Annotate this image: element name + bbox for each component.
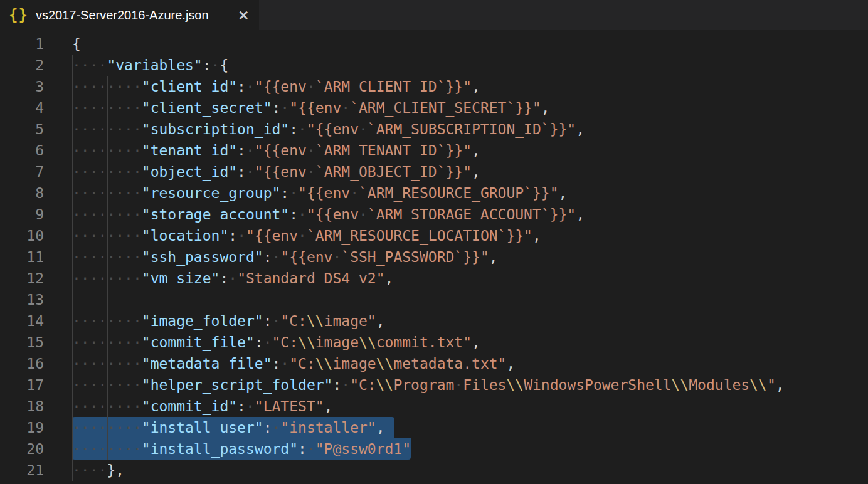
line-number[interactable]: 6: [0, 140, 44, 161]
tab-close-icon[interactable]: ✕: [238, 9, 249, 22]
code-line[interactable]: 9········"storage_account":·"{{env·`ARM_…: [0, 204, 868, 225]
code-line[interactable]: 18········"commit_id":·"LATEST",: [0, 396, 868, 417]
code-line[interactable]: 14········"image_folder":·"C:\\image",: [0, 310, 868, 332]
code-token: :: [203, 57, 211, 73]
code-token: "{{env: [289, 100, 341, 116]
code-line-content: ········"tenant_id":·"{{env·`ARM_TENANT_…: [72, 140, 480, 161]
code-token: ·: [341, 100, 350, 116]
code-token: ·: [298, 206, 307, 223]
code-token: image": [324, 313, 376, 329]
line-number[interactable]: 4: [0, 97, 44, 118]
line-number[interactable]: 13: [0, 289, 44, 310]
code-line[interactable]: 19········"install_user":·"installer",: [0, 417, 868, 438]
code-token: ,: [376, 313, 385, 329]
code-token: ,: [472, 142, 480, 159]
code-token: ": [767, 377, 776, 393]
line-number[interactable]: 11: [0, 246, 44, 268]
code-token: :: [272, 100, 281, 116]
line-number[interactable]: 1: [0, 33, 44, 55]
code-line[interactable]: 15········"commit_file":·"C:\\image\\com…: [0, 332, 868, 353]
code-line[interactable]: 1{: [0, 33, 868, 55]
line-number[interactable]: 17: [0, 374, 44, 396]
code-line[interactable]: 3········"client_id":·"{{env·`ARM_CLIENT…: [0, 76, 868, 97]
code-token: "installer": [280, 419, 376, 436]
code-line[interactable]: 4········"client_secret":·"{{env·`ARM_CL…: [0, 97, 868, 118]
line-number[interactable]: 2: [0, 55, 44, 76]
line-number[interactable]: 10: [0, 225, 44, 246]
code-line-content: ········"storage_account":·"{{env·`ARM_S…: [72, 204, 585, 225]
code-line[interactable]: 16········"metadata_file":·"C:\\image\\m…: [0, 353, 868, 374]
line-number[interactable]: 18: [0, 396, 44, 417]
json-file-icon: {}: [9, 8, 28, 23]
line-number[interactable]: 20: [0, 438, 44, 460]
code-token: ·: [272, 249, 281, 265]
code-token: ·: [289, 185, 298, 201]
code-line[interactable]: 10········"location":·"{{env·`ARM_RESOUR…: [0, 225, 868, 246]
code-token: ,: [559, 185, 568, 201]
code-line[interactable]: 17········"helper_script_folder":·"C:\\P…: [0, 374, 868, 396]
code-line-content: ········"helper_script_folder":·"C:\\Pro…: [72, 374, 785, 396]
code-token: :: [220, 270, 228, 287]
code-token: ····: [72, 57, 107, 73]
tab-vs2017-server2016-azure-json[interactable]: {} vs2017-Server2016-Azure.json ✕: [0, 0, 259, 30]
code-line-content-selected: ········"install_user":·"installer",: [72, 417, 394, 438]
code-token: `ARM_STORAGE_ACCOUNT`}}": [368, 206, 576, 223]
code-token: commit.txt": [376, 334, 472, 350]
line-number[interactable]: 5: [0, 118, 44, 140]
code-token: ,: [472, 78, 480, 95]
code-line-content: ····},: [72, 460, 124, 481]
line-number[interactable]: 7: [0, 161, 44, 182]
code-line[interactable]: 8········"resource_group":·"{{env·`ARM_R…: [0, 182, 868, 204]
code-token: ,: [385, 270, 394, 287]
code-token: `ARM_RESOURCE_LOCATION`}}": [307, 228, 532, 244]
code-token: `ARM_CLIENT_SECRET`}}": [350, 100, 541, 116]
code-token: "storage_account": [142, 206, 289, 223]
code-token: "client_secret": [142, 100, 272, 116]
line-number[interactable]: 8: [0, 182, 44, 204]
code-token: "{{env: [255, 164, 307, 180]
code-editor[interactable]: 1{2····"variables":·{3········"client_id…: [0, 30, 868, 484]
code-line[interactable]: 5········"subscription_id":·"{{env·`ARM_…: [0, 118, 868, 140]
code-token: "ssh_password": [142, 249, 263, 265]
code-token: "resource_group": [142, 185, 281, 201]
code-line[interactable]: 12········"vm_size":·"Standard_DS4_v2",: [0, 268, 868, 289]
code-token: :: [237, 142, 246, 159]
code-token: "LATEST": [255, 398, 324, 414]
line-number[interactable]: 3: [0, 76, 44, 97]
code-token: ,: [489, 249, 498, 265]
code-token: ·: [246, 78, 255, 95]
line-number[interactable]: 9: [0, 204, 44, 225]
code-token: \\: [315, 355, 333, 372]
code-token: :: [263, 419, 272, 436]
code-line[interactable]: 20········"install_password":·"P@ssw0rd1…: [0, 438, 868, 460]
code-token: "{{env: [307, 206, 359, 223]
line-number[interactable]: 12: [0, 268, 44, 289]
code-token: "{{env: [246, 228, 298, 244]
code-token: :: [298, 441, 307, 457]
code-token: "{{env: [255, 78, 307, 95]
code-token: \\: [376, 377, 394, 393]
line-number[interactable]: 19: [0, 417, 44, 438]
line-number[interactable]: 15: [0, 332, 44, 353]
code-token: ·: [307, 441, 315, 457]
code-token: ·: [272, 419, 281, 436]
code-token: :: [255, 334, 263, 350]
line-number[interactable]: 21: [0, 460, 44, 481]
line-number[interactable]: 14: [0, 310, 44, 332]
code-line[interactable]: 13: [0, 289, 868, 310]
code-token: "C:: [289, 355, 315, 372]
code-token: "{{env: [255, 142, 307, 159]
code-line[interactable]: 7········"object_id":·"{{env·`ARM_OBJECT…: [0, 161, 868, 182]
code-token: "tenant_id": [142, 142, 237, 159]
code-line[interactable]: 2····"variables":·{: [0, 55, 868, 76]
code-token: "vm_size": [142, 270, 220, 287]
code-line[interactable]: 6········"tenant_id":·"{{env·`ARM_TENANT…: [0, 140, 868, 161]
line-number[interactable]: 16: [0, 353, 44, 374]
code-token: ,: [506, 355, 515, 372]
code-token: ····: [72, 462, 107, 478]
code-line[interactable]: 11········"ssh_password":·"{{env·`SSH_PA…: [0, 246, 868, 268]
code-line[interactable]: 21····},: [0, 460, 868, 481]
code-line-content: ········"vm_size":·"Standard_DS4_v2",: [72, 268, 393, 289]
indent-guide: [72, 55, 73, 481]
code-token: "commit_id": [142, 398, 237, 414]
